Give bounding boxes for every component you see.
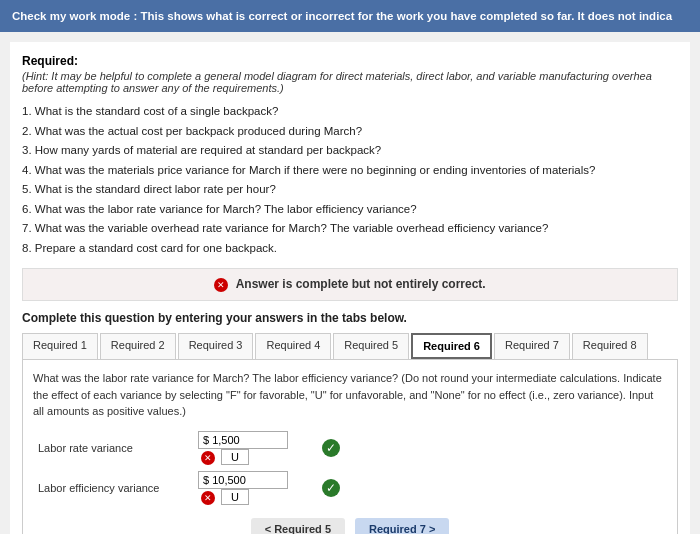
question-2: 2. What was the actual cost per backpack… bbox=[22, 122, 678, 142]
labor-rate-error-icon: ✕ bbox=[201, 451, 215, 465]
question-5: 5. What is the standard direct labor rat… bbox=[22, 180, 678, 200]
labor-efficiency-value-cell: ✕ U bbox=[193, 468, 313, 508]
next-button[interactable]: Required 7 > bbox=[355, 518, 449, 534]
question-4: 4. What was the materials price variance… bbox=[22, 161, 678, 181]
question-6: 6. What was the labor rate variance for … bbox=[22, 200, 678, 220]
top-banner: Check my work mode : This shows what is … bbox=[0, 0, 700, 32]
status-error-icon: ✕ bbox=[214, 278, 228, 292]
tabs-container: Required 1 Required 2 Required 3 Require… bbox=[22, 333, 678, 360]
question-7: 7. What was the variable overhead rate v… bbox=[22, 219, 678, 239]
answer-status-box: ✕ Answer is complete but not entirely co… bbox=[22, 268, 678, 301]
labor-efficiency-input[interactable] bbox=[198, 471, 288, 489]
labor-efficiency-check-icon: ✓ bbox=[322, 479, 340, 497]
prev-button[interactable]: < Required 5 bbox=[251, 518, 345, 534]
tab-required-7[interactable]: Required 7 bbox=[494, 333, 570, 359]
complete-instruction: Complete this question by entering your … bbox=[22, 311, 678, 325]
question-8: 8. Prepare a standard cost card for one … bbox=[22, 239, 678, 259]
tab-content-required-6: What was the labor rate variance for Mar… bbox=[22, 360, 678, 534]
labor-efficiency-qualifier[interactable]: U bbox=[221, 489, 249, 505]
main-content: Required: (Hint: It may be helpful to co… bbox=[10, 42, 690, 534]
labor-rate-check-cell: ✓ bbox=[313, 428, 667, 468]
tab-required-6[interactable]: Required 6 bbox=[411, 333, 492, 359]
table-row: Labor rate variance ✕ U ✓ bbox=[33, 428, 667, 468]
banner-text: Check my work mode : This shows what is … bbox=[12, 10, 672, 22]
labor-efficiency-check-cell: ✓ bbox=[313, 468, 667, 508]
tab-required-5[interactable]: Required 5 bbox=[333, 333, 409, 359]
tab-required-2[interactable]: Required 2 bbox=[100, 333, 176, 359]
table-row: Labor efficiency variance ✕ U ✓ bbox=[33, 468, 667, 508]
labor-rate-label: Labor rate variance bbox=[33, 428, 193, 468]
labor-efficiency-label: Labor efficiency variance bbox=[33, 468, 193, 508]
required-header: Required: bbox=[22, 54, 678, 68]
hint-text: (Hint: It may be helpful to complete a g… bbox=[22, 70, 678, 94]
questions-list: 1. What is the standard cost of a single… bbox=[22, 102, 678, 258]
tab-required-1[interactable]: Required 1 bbox=[22, 333, 98, 359]
labor-efficiency-error-icon: ✕ bbox=[201, 491, 215, 505]
tab-required-4[interactable]: Required 4 bbox=[255, 333, 331, 359]
labor-rate-qualifier[interactable]: U bbox=[221, 449, 249, 465]
answer-status-text: Answer is complete but not entirely corr… bbox=[236, 277, 486, 291]
question-1: 1. What is the standard cost of a single… bbox=[22, 102, 678, 122]
labor-rate-check-icon: ✓ bbox=[322, 439, 340, 457]
question-3: 3. How many yards of material are requir… bbox=[22, 141, 678, 161]
labor-rate-value-cell: ✕ U bbox=[193, 428, 313, 468]
nav-buttons: < Required 5 Required 7 > bbox=[33, 518, 667, 534]
tab-required-3[interactable]: Required 3 bbox=[178, 333, 254, 359]
labor-rate-input[interactable] bbox=[198, 431, 288, 449]
tab-question-text: What was the labor rate variance for Mar… bbox=[33, 370, 667, 420]
variance-table: Labor rate variance ✕ U ✓ Labor efficien… bbox=[33, 428, 667, 508]
tab-required-8[interactable]: Required 8 bbox=[572, 333, 648, 359]
